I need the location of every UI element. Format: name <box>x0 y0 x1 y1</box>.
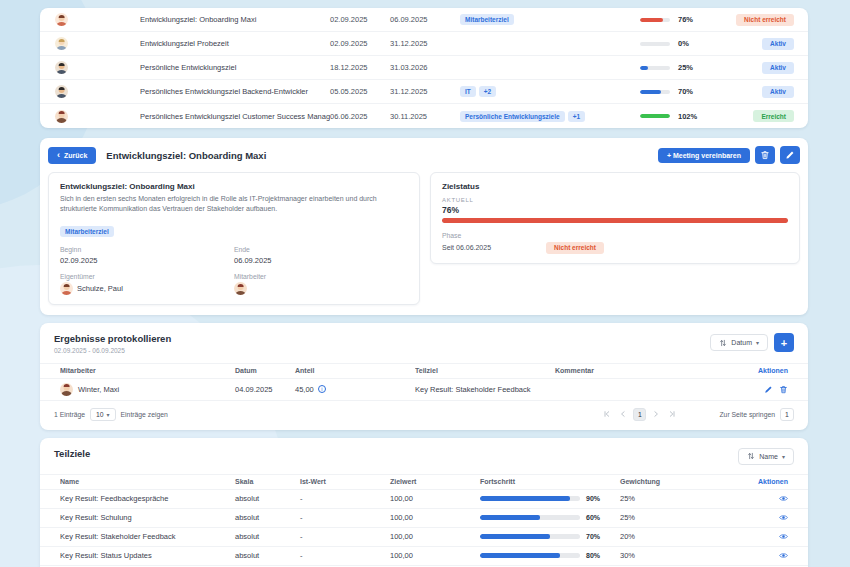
avatar <box>60 383 73 396</box>
end-field: Ende 06.09.2025 <box>234 246 408 265</box>
eye-icon[interactable] <box>779 551 788 560</box>
goal-tag-more: +2 <box>479 86 496 97</box>
sort-select-value: Datum <box>731 339 752 346</box>
table-row[interactable]: Key Result: Schulung absolut - 100,00 60… <box>40 509 808 528</box>
goal-detail-section: ‹ Zurück Entwicklungsziel: Onboarding Ma… <box>40 138 808 315</box>
results-footer: 1 Einträge 10 ▾ Einträge zeigen 1 Zur Se… <box>40 401 808 424</box>
status-badge: Nicht erreicht <box>736 14 794 26</box>
goal-tags: Mitarbeiterziel <box>460 14 640 25</box>
row-actions <box>720 551 788 560</box>
progress-bar <box>640 66 648 70</box>
column-header: Kommentar <box>555 367 754 374</box>
trash-icon <box>760 150 770 160</box>
progress-percent: 102% <box>678 112 718 121</box>
column-header: Teilziel <box>415 367 555 374</box>
subgoals-title-block: Teilziele <box>54 448 90 459</box>
current-page[interactable]: 1 <box>633 408 646 421</box>
goal-end-date: 31.12.2025 <box>390 39 460 48</box>
scale-cell: absolut <box>235 494 300 503</box>
progress-cell: 70% <box>480 533 620 540</box>
status-cell: Aktiv <box>762 62 808 74</box>
column-header: Datum <box>235 367 295 374</box>
goal-info-card: Entwicklungsziel: Onboarding Maxi Sich i… <box>48 172 420 305</box>
table-row[interactable]: Key Result: Status Updates absolut - 100… <box>40 547 808 566</box>
results-controls: Datum ▾ + <box>710 333 794 352</box>
status-badge: Aktiv <box>762 38 794 50</box>
status-cell: Aktiv <box>762 38 808 50</box>
target-value-cell: 100,00 <box>390 551 480 560</box>
table-row[interactable]: Persönliches Entwicklungsziel Customer S… <box>40 104 808 128</box>
table-row[interactable]: Persönliches Entwicklungsziel Backend-En… <box>40 80 808 104</box>
table-row[interactable]: Key Result: Feedbackgespräche absolut - … <box>40 490 808 509</box>
row-actions <box>720 494 788 503</box>
edit-icon[interactable] <box>764 385 773 394</box>
eye-icon[interactable] <box>779 532 788 541</box>
column-header: Aktionen <box>754 367 788 374</box>
chevron-right-icon <box>652 410 660 418</box>
eye-icon[interactable] <box>779 494 788 503</box>
status-badge: Erreicht <box>753 110 794 122</box>
row-actions <box>720 513 788 522</box>
avatar <box>55 110 68 123</box>
caret-down-icon: ▾ <box>756 339 759 346</box>
detail-body: Entwicklungsziel: Onboarding Maxi Sich i… <box>48 172 800 305</box>
scale-cell: absolut <box>235 532 300 541</box>
avatar-cell <box>40 37 140 50</box>
subgoal-name: Key Result: Stakeholder Feedback <box>60 532 235 541</box>
table-row[interactable]: Persönliche Entwicklungsziel 18.12.2025 … <box>40 56 808 80</box>
back-button[interactable]: ‹ Zurück <box>48 147 96 164</box>
goal-info-title: Entwicklungsziel: Onboarding Maxi <box>60 182 408 191</box>
status-cell: Nicht erreicht <box>736 14 808 26</box>
progress-percent: 70% <box>678 87 718 96</box>
jump-to-page: Zur Seite springen 1 <box>719 408 794 421</box>
table-row[interactable]: Entwicklungsziel: Onboarding Maxi 02.09.… <box>40 8 808 32</box>
delete-button[interactable] <box>755 146 775 164</box>
progress-bar <box>480 515 540 520</box>
previous-page-button[interactable] <box>617 408 629 420</box>
page-size-select[interactable]: 10 ▾ <box>90 408 116 421</box>
table-row[interactable]: Key Result: Stakeholder Feedback absolut… <box>40 528 808 547</box>
table-row[interactable]: Winter, Maxi 04.09.2025 45,00 i Key Resu… <box>40 379 808 401</box>
sort-select[interactable]: Name ▾ <box>738 448 794 465</box>
avatar-cell <box>40 13 140 26</box>
first-page-button[interactable] <box>601 408 613 420</box>
avatar-cell <box>40 85 140 98</box>
phase-since: Seit 06.06.2025 <box>442 244 491 251</box>
add-result-button[interactable]: + <box>774 333 794 352</box>
row-actions <box>720 532 788 541</box>
goal-start-date: 05.05.2025 <box>330 87 390 96</box>
owner-field: Eigentümer Schulze, Paul <box>60 273 234 296</box>
table-row[interactable]: Entwicklungsziel Probezeit 02.09.2025 31… <box>40 32 808 56</box>
avatar <box>60 282 73 295</box>
goal-tags: Persönliche Entwicklungsziele +1 <box>460 111 640 122</box>
progress-bar <box>640 90 661 94</box>
chevron-left-icon: ‹ <box>57 151 60 160</box>
pencil-icon <box>785 150 795 160</box>
subgoal-name: Key Result: Schulung <box>60 513 235 522</box>
section-title: Teilziele <box>54 448 90 459</box>
current-label: AKTUELL <box>442 197 788 203</box>
info-icon[interactable]: i <box>318 385 326 393</box>
status-progress-bar <box>442 218 788 223</box>
target-value-cell: 100,00 <box>390 494 480 503</box>
trash-icon[interactable] <box>779 385 788 394</box>
jump-label: Zur Seite springen <box>719 411 775 418</box>
jump-page-input[interactable]: 1 <box>780 408 794 421</box>
avatar <box>55 13 68 26</box>
progress-bar-cell <box>640 18 678 22</box>
employee-value <box>234 282 408 295</box>
subgoal-name: Key Result: Feedbackgespräche <box>60 494 235 503</box>
status-progress-track <box>442 218 788 223</box>
next-page-button[interactable] <box>650 408 662 420</box>
phase-row: Seit 06.06.2025 Nicht erreicht <box>442 242 788 254</box>
sort-select[interactable]: Datum ▾ <box>710 334 768 351</box>
schedule-meeting-button[interactable]: + Meeting vereinbaren <box>658 148 750 163</box>
edit-button[interactable] <box>780 146 800 164</box>
eye-icon[interactable] <box>779 513 788 522</box>
section-title: Ergebnisse protokollieren <box>54 333 171 344</box>
detail-header: ‹ Zurück Entwicklungsziel: Onboarding Ma… <box>48 146 800 164</box>
last-page-button[interactable] <box>666 408 678 420</box>
chevron-bar-right-icon <box>668 410 676 418</box>
goal-tag: IT <box>460 86 476 97</box>
entry-count: 1 Einträge <box>54 411 85 418</box>
